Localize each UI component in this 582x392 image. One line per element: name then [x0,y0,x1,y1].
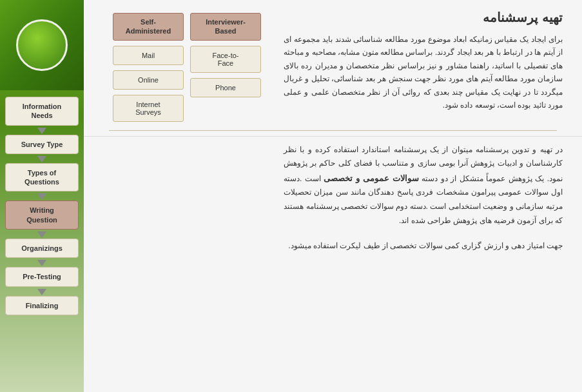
col2-header: Interviewer-Based [190,13,261,41]
nav-arrow-5 [37,260,46,266]
sidebar-navigation: InformationNeedsSurvey TypeTypes ofQuest… [0,90,84,323]
col1-item-internet: InternetSurveys [113,95,184,122]
diagram-area: Self-Administered Mail Online InternetSu… [97,6,277,122]
sidebar-logo [0,0,84,90]
col2-item-phone: Phone [190,78,261,97]
col1-header: Self-Administered [113,13,184,41]
nav-arrow-3 [37,193,46,200]
diagram-col-2: Interviewer-Based Face-to-Face Phone [190,13,261,97]
diagram-columns: Self-Administered Mail Online InternetSu… [113,13,261,122]
sidebar-item-organizings[interactable]: Organizings [5,239,79,258]
bottom-paragraph-1: در تهیه و تدوین پرسشنامه میتوان از یک پر… [284,143,563,228]
section-divider [109,130,558,131]
sidebar: InformationNeedsSurvey TypeTypes ofQuest… [0,0,84,392]
sidebar-item-finalizing[interactable]: Finalizing [5,296,79,315]
nav-arrow-4 [37,231,46,238]
lower-section: در تهیه و تدوین پرسشنامه میتوان از یک پر… [84,136,582,263]
page-title: تهیه پرسشنامه [284,10,563,25]
bold-term: سوالات عمومی و تخصصی [324,173,418,183]
sidebar-item-types-of-questions[interactable]: Types ofQuestions [5,163,79,192]
sidebar-item-survey-type[interactable]: Survey Type [5,135,79,154]
top-paragraph: برای ایجاد یک مقیاس زمانیکه ابعاد موضوع … [284,33,563,112]
nav-arrow-6 [37,289,46,295]
col2-item-face: Face-to-Face [190,46,261,73]
sidebar-item-pre-testing[interactable]: Pre-Testing [5,267,79,286]
bottom-paragraph-3: جهت امتیاز دهی و ارزش گزاری کمی سوالات ت… [284,239,563,253]
nav-arrow-2 [37,156,46,162]
logo-circle [16,19,68,71]
top-text-area: تهیه پرسشنامه برای ایجاد یک مقیاس زمانیک… [277,6,569,122]
lower-diagram-placeholder [97,140,277,257]
main-content: Self-Administered Mail Online InternetSu… [84,0,582,392]
sidebar-item-writing-question[interactable]: WritingQuestion [5,201,79,230]
diagram-col-1: Self-Administered Mail Online InternetSu… [113,13,184,122]
col1-item-mail: Mail [113,46,184,65]
sidebar-item-information-needs[interactable]: InformationNeeds [5,97,79,126]
col1-item-online: Online [113,70,184,90]
nav-arrow-1 [37,128,46,134]
upper-section: Self-Administered Mail Online InternetSu… [84,0,582,125]
bottom-text-area: در تهیه و تدوین پرسشنامه میتوان از یک پر… [277,140,569,257]
